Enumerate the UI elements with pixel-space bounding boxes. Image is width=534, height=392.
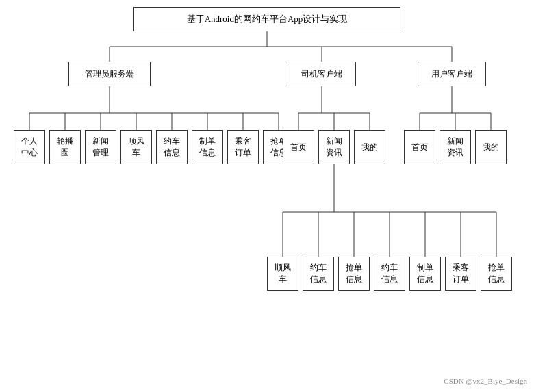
admin-node: 管理员服务端 [68, 62, 151, 86]
root-node: 基于Android的网约车平台App设计与实现 [134, 7, 400, 31]
sub-child-3: 抢单 信息 [338, 257, 370, 291]
sub-child-4: 约车 信息 [374, 257, 405, 291]
driver-child-2: 新闻 资讯 [318, 130, 350, 164]
watermark: CSDN @vx2_Biye_Design [444, 377, 527, 385]
connector-lines [0, 0, 534, 392]
user-child-3: 我的 [475, 130, 507, 164]
admin-child-2: 轮播 圈 [49, 130, 81, 164]
sub-child-2: 约车 信息 [303, 257, 334, 291]
driver-child-3: 我的 [354, 130, 385, 164]
driver-child-1: 首页 [283, 130, 314, 164]
admin-child-6: 制单 信息 [192, 130, 223, 164]
sub-child-5: 制单 信息 [409, 257, 441, 291]
user-child-2: 新闻 资讯 [440, 130, 471, 164]
sub-child-1: 顺风 车 [267, 257, 298, 291]
sub-child-6: 乘客 订单 [445, 257, 476, 291]
user-child-1: 首页 [404, 130, 435, 164]
driver-node: 司机客户端 [288, 62, 356, 86]
admin-child-3: 新闻 管理 [85, 130, 116, 164]
chart-container: 基于Android的网约车平台App设计与实现 管理员服务端 司机客户端 用户客… [0, 0, 534, 392]
admin-child-7: 乘客 订单 [227, 130, 259, 164]
sub-child-7: 抢单 信息 [481, 257, 512, 291]
admin-child-1: 个人 中心 [14, 130, 45, 164]
admin-child-5: 约车 信息 [156, 130, 188, 164]
admin-child-4: 顺风 车 [120, 130, 152, 164]
user-node: 用户客户端 [418, 62, 486, 86]
